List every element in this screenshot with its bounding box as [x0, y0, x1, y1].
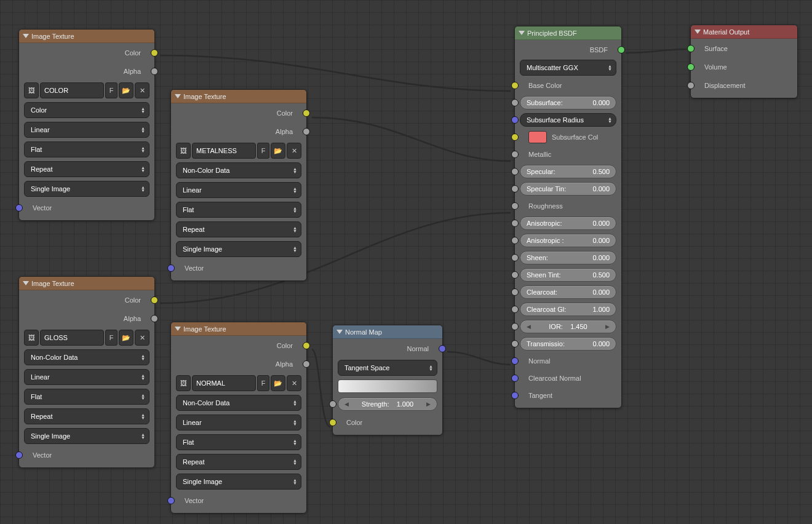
socket-vector-in[interactable]	[167, 497, 175, 504]
node-header[interactable]: Material Output	[691, 25, 797, 39]
image-name[interactable]: NORMAL	[192, 375, 256, 391]
socket-basecolor-in[interactable]	[511, 82, 519, 89]
socket-anisotropic-in[interactable]	[511, 220, 519, 227]
socket-alpha-out[interactable]	[151, 68, 158, 75]
colorspace-select[interactable]: Color▲▼	[24, 102, 149, 118]
node-header[interactable]: Image Texture	[19, 277, 154, 290]
socket-clearcoatnormal-in[interactable]	[511, 375, 519, 382]
anisotropic-slider[interactable]: Anisotropic:0.000	[520, 216, 616, 230]
unlink-icon[interactable]: ✕	[287, 143, 301, 159]
extension-select[interactable]: Repeat▲▼	[24, 161, 149, 177]
node-principled-bsdf[interactable]: Principled BSDF BSDF Multiscatter GGX▲▼ …	[514, 26, 622, 408]
node-header[interactable]: Image Texture	[171, 90, 306, 103]
socket-bsdf-out[interactable]	[618, 46, 625, 54]
socket-surface-in[interactable]	[687, 45, 695, 52]
socket-alpha-out[interactable]	[303, 128, 310, 135]
extension-select[interactable]: Repeat▲▼	[176, 454, 301, 470]
socket-speculartint-in[interactable]	[511, 185, 519, 193]
anisotropic-rotation-slider[interactable]: Anisotropic :0.000	[520, 234, 616, 247]
colorspace-select[interactable]: Non-Color Data▲▼	[176, 162, 301, 178]
socket-tangent-in[interactable]	[511, 392, 519, 399]
image-selector[interactable]: 🖼 GLOSS F 📂 ✕	[24, 330, 149, 346]
socket-vector-in[interactable]	[15, 451, 23, 459]
source-select[interactable]: Single Image▲▼	[176, 241, 301, 257]
ior-slider[interactable]: ◀IOR: 1.450▶	[520, 320, 616, 333]
socket-specular-in[interactable]	[511, 168, 519, 175]
sheen-slider[interactable]: Sheen:0.000	[520, 251, 616, 264]
collapse-icon[interactable]	[23, 34, 29, 38]
node-image-texture-color[interactable]: Image Texture Color Alpha 🖼 COLOR F 📂 ✕ …	[18, 29, 155, 221]
unlink-icon[interactable]: ✕	[135, 330, 149, 346]
fake-user-button[interactable]: F	[257, 143, 269, 159]
sheentint-slider[interactable]: Sheen Tint:0.500	[520, 268, 616, 282]
socket-subsurface-in[interactable]	[511, 99, 519, 106]
subsurface-radius-field[interactable]: Subsurface Radius▲▼	[520, 113, 616, 127]
socket-strength-in[interactable]	[329, 400, 336, 408]
collapse-icon[interactable]	[175, 327, 181, 331]
socket-color-in[interactable]	[329, 419, 336, 426]
projection-select[interactable]: Flat▲▼	[24, 141, 149, 157]
socket-sheen-in[interactable]	[511, 254, 519, 261]
interpolation-select[interactable]: Linear▲▼	[176, 415, 301, 431]
fake-user-button[interactable]: F	[105, 82, 117, 98]
node-header[interactable]: Image Texture	[171, 322, 306, 336]
colorspace-select[interactable]: Non-Color Data▲▼	[24, 349, 149, 365]
collapse-icon[interactable]	[695, 30, 701, 34]
node-header[interactable]: Normal Map	[333, 325, 442, 339]
projection-select[interactable]: Flat▲▼	[176, 434, 301, 450]
image-icon[interactable]: 🖼	[176, 143, 191, 159]
fake-user-button[interactable]: F	[257, 375, 269, 391]
interpolation-select[interactable]: Linear▲▼	[24, 369, 149, 385]
socket-vector-in[interactable]	[15, 204, 23, 212]
socket-normal-in[interactable]	[511, 357, 519, 365]
socket-sheentint-in[interactable]	[511, 271, 519, 279]
socket-color-out[interactable]	[303, 109, 310, 117]
socket-metallic-in[interactable]	[511, 151, 519, 158]
speculartint-slider[interactable]: Specular Tin:0.000	[520, 182, 616, 196]
socket-anisorot-in[interactable]	[511, 237, 519, 244]
socket-color-out[interactable]	[151, 296, 158, 304]
open-file-icon[interactable]: 📂	[119, 82, 133, 98]
subsurface-color-swatch[interactable]	[528, 131, 547, 143]
strength-slider[interactable]: ◀Strength: 1.000▶	[338, 397, 437, 411]
socket-normal-out[interactable]	[439, 345, 446, 352]
collapse-icon[interactable]	[519, 31, 525, 35]
uvmap-field[interactable]	[338, 379, 437, 393]
node-image-texture-metalness[interactable]: Image Texture Color Alpha 🖼 METALNESS F …	[170, 89, 307, 281]
clearcoat-slider[interactable]: Clearcoat:0.000	[520, 285, 616, 299]
node-header[interactable]: Image Texture	[19, 30, 154, 43]
image-icon[interactable]: 🖼	[24, 330, 39, 346]
source-select[interactable]: Single Image▲▼	[24, 181, 149, 197]
projection-select[interactable]: Flat▲▼	[24, 389, 149, 405]
socket-color-out[interactable]	[303, 342, 310, 349]
open-file-icon[interactable]: 📂	[271, 375, 285, 391]
open-file-icon[interactable]: 📂	[271, 143, 285, 159]
specular-slider[interactable]: Specular:0.500	[520, 165, 616, 178]
transmission-slider[interactable]: Transmissio:0.000	[520, 337, 616, 351]
socket-subsurfradius-in[interactable]	[511, 116, 519, 124]
open-file-icon[interactable]: 📂	[119, 330, 133, 346]
node-image-texture-gloss[interactable]: Image Texture Color Alpha 🖼 GLOSS F 📂 ✕ …	[18, 276, 155, 468]
collapse-icon[interactable]	[336, 330, 343, 334]
socket-color-out[interactable]	[151, 49, 158, 57]
interpolation-select[interactable]: Linear▲▼	[24, 122, 149, 138]
clearcoatgloss-slider[interactable]: Clearcoat Gl:1.000	[520, 303, 616, 316]
collapse-icon[interactable]	[175, 94, 181, 98]
collapse-icon[interactable]	[23, 281, 29, 285]
image-icon[interactable]: 🖼	[24, 82, 39, 98]
extension-select[interactable]: Repeat▲▼	[176, 221, 301, 237]
node-material-output[interactable]: Material Output Surface Volume Displacem…	[690, 25, 798, 98]
space-select[interactable]: Tangent Space▲▼	[338, 360, 437, 376]
socket-displacement-in[interactable]	[687, 82, 695, 89]
unlink-icon[interactable]: ✕	[287, 375, 301, 391]
socket-alpha-out[interactable]	[303, 360, 310, 368]
node-header[interactable]: Principled BSDF	[515, 26, 621, 40]
image-selector[interactable]: 🖼 NORMAL F 📂 ✕	[176, 375, 301, 391]
image-name[interactable]: COLOR	[40, 82, 104, 98]
interpolation-select[interactable]: Linear▲▼	[176, 182, 301, 198]
socket-subsurfcolor-in[interactable]	[511, 133, 519, 141]
source-select[interactable]: Single Image▲▼	[176, 474, 301, 490]
node-image-texture-normal[interactable]: Image Texture Color Alpha 🖼 NORMAL F 📂 ✕…	[170, 322, 307, 514]
extension-select[interactable]: Repeat▲▼	[24, 408, 149, 424]
socket-clearcoatgloss-in[interactable]	[511, 306, 519, 313]
